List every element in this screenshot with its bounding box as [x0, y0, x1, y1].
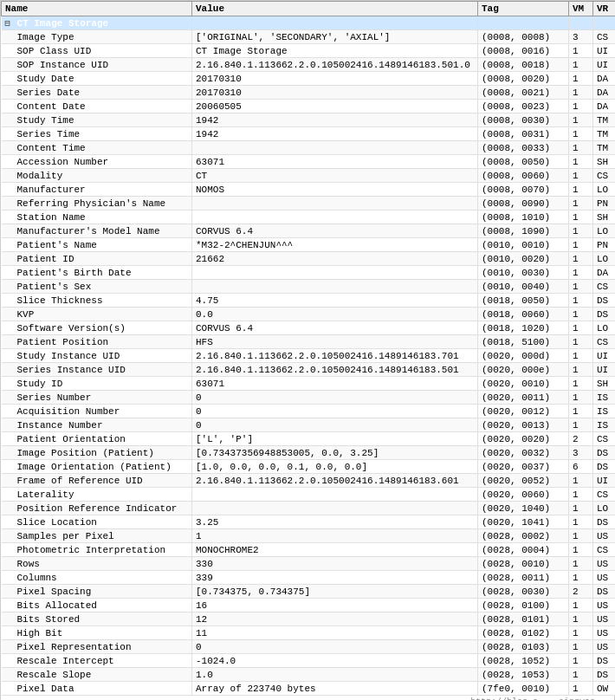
table-row[interactable]: Laterality(0020, 0060)1CS	[2, 488, 616, 502]
table-row[interactable]: Samples per Pixel1(0028, 0002)1US	[2, 529, 616, 543]
data-vm-cell: 3	[569, 30, 593, 44]
table-row[interactable]: Frame of Reference UID2.16.840.1.113662.…	[2, 474, 616, 488]
data-vr-cell: PN	[593, 197, 616, 211]
table-row[interactable]: Bits Allocated16(0028, 0100)1US	[2, 599, 616, 612]
table-row[interactable]: Series Instance UID2.16.840.1.113662.2.0…	[2, 363, 616, 377]
data-vr-cell: DS	[593, 515, 616, 529]
table-row[interactable]: Rescale Slope1.0(0028, 1053)1DS	[2, 668, 616, 682]
table-row[interactable]: Image Position (Patient)[0.7343735694885…	[2, 446, 616, 460]
header-value: Value	[192, 2, 478, 16]
data-value-cell: 12	[192, 612, 478, 626]
data-tag-cell: (0020, 1041)	[478, 515, 569, 529]
data-tag-cell: (0008, 0020)	[478, 72, 569, 86]
data-vm-cell: 1	[569, 211, 593, 224]
table-row[interactable]: Study Instance UID2.16.840.1.113662.2.0.…	[2, 349, 616, 363]
data-vr-cell: OW	[593, 682, 616, 696]
table-row[interactable]: Pixel Spacing[0.734375, 0.734375](0028, …	[2, 585, 616, 599]
watermark: http://blog.s... singyao...	[1, 696, 614, 700]
data-value-cell: 330	[192, 557, 478, 571]
data-vm-cell: 1	[569, 599, 593, 612]
table-row[interactable]: Slice Location3.25(0020, 1041)1DS	[2, 515, 616, 529]
data-value-cell: Array of 223740 bytes	[192, 682, 478, 696]
data-name-cell: Pixel Representation	[2, 640, 192, 654]
table-row[interactable]: KVP0.0(0018, 0060)1DS	[2, 308, 616, 321]
data-name-cell: Laterality	[2, 488, 192, 502]
header-vr: VR	[593, 2, 616, 16]
data-vr-cell: UI	[593, 349, 616, 363]
data-tag-cell: (0028, 0002)	[478, 529, 569, 543]
table-row[interactable]: Patient's Birth Date(0010, 0030)1DA	[2, 266, 616, 280]
table-row[interactable]: Patient ID21662(0010, 0020)1LO	[2, 252, 616, 266]
table-row[interactable]: Series Number0(0020, 0011)1IS	[2, 391, 616, 405]
data-vm-cell: 1	[569, 197, 593, 211]
data-tag-cell: (0008, 0031)	[478, 127, 569, 141]
table-row[interactable]: SOP Instance UID2.16.840.1.113662.2.0.10…	[2, 58, 616, 72]
data-vm-cell: 1	[569, 294, 593, 308]
table-row[interactable]: Patient Orientation['L', 'P'](0020, 0020…	[2, 432, 616, 446]
data-vm-cell: 1	[569, 349, 593, 363]
data-tag-cell: (0028, 0010)	[478, 557, 569, 571]
table-row[interactable]: Patient's Name*M32-2^CHENJUN^^^(0010, 00…	[2, 238, 616, 252]
data-name-cell: Samples per Pixel	[2, 529, 192, 543]
table-row[interactable]: Software Version(s)CORVUS 6.4(0018, 1020…	[2, 321, 616, 335]
data-tag-cell: (0028, 0030)	[478, 585, 569, 599]
table-row[interactable]: SOP Class UIDCT Image Storage(0008, 0016…	[2, 44, 616, 58]
table-row[interactable]: Pixel DataArray of 223740 bytes(7fe0, 00…	[2, 682, 616, 696]
data-vm-cell: 1	[569, 224, 593, 238]
table-row[interactable]: Accession Number63071(0008, 0050)1SH	[2, 155, 616, 169]
data-name-cell: Instance Number	[2, 418, 192, 432]
table-row[interactable]: Instance Number0(0020, 0013)1IS	[2, 418, 616, 432]
table-row[interactable]: ModalityCT(0008, 0060)1CS	[2, 169, 616, 183]
table-row[interactable]: Patient PositionHFS(0018, 5100)1CS	[2, 335, 616, 349]
data-vm-cell: 1	[569, 377, 593, 391]
table-row[interactable]: Study Date20170310(0008, 0020)1DA	[2, 72, 616, 86]
table-row[interactable]: Study ID63071(0020, 0010)1SH	[2, 377, 616, 391]
table-row[interactable]: Pixel Representation0(0028, 0103)1US	[2, 640, 616, 654]
data-tag-cell: (0010, 0040)	[478, 280, 569, 294]
data-value-cell: 11	[192, 626, 478, 640]
table-row[interactable]: Referring Physician's Name(0008, 0090)1P…	[2, 197, 616, 211]
data-vr-cell: SH	[593, 377, 616, 391]
data-vm-cell: 1	[569, 321, 593, 335]
table-row[interactable]: Image Type['ORIGINAL', 'SECONDARY', 'AXI…	[2, 30, 616, 44]
table-row[interactable]: Position Reference Indicator(0020, 1040)…	[2, 502, 616, 515]
data-tag-cell: (0020, 0010)	[478, 377, 569, 391]
data-name-cell: SOP Instance UID	[2, 58, 192, 72]
data-vr-cell: IS	[593, 391, 616, 405]
data-vm-cell: 1	[569, 502, 593, 515]
data-vr-cell: LO	[593, 183, 616, 197]
table-row[interactable]: Study Time1942(0008, 0030)1TM	[2, 113, 616, 127]
data-value-cell	[192, 211, 478, 224]
data-name-cell: Series Time	[2, 127, 192, 141]
table-row[interactable]: ManufacturerNOMOS(0008, 0070)1LO	[2, 183, 616, 197]
table-row[interactable]: Manufacturer's Model NameCORVUS 6.4(0008…	[2, 224, 616, 238]
data-vr-cell: LO	[593, 502, 616, 515]
data-value-cell: 2.16.840.1.113662.2.0.105002416.14891461…	[192, 363, 478, 377]
table-row[interactable]: ⊟ CT Image Storage	[2, 16, 616, 30]
table-row[interactable]: Bits Stored12(0028, 0101)1US	[2, 612, 616, 626]
table-row[interactable]: Series Time1942(0008, 0031)1TM	[2, 127, 616, 141]
data-value-cell: MONOCHROME2	[192, 543, 478, 557]
data-value-cell: -1024.0	[192, 654, 478, 668]
data-value-cell: CORVUS 6.4	[192, 321, 478, 335]
table-row[interactable]: Image Orientation (Patient)[1.0, 0.0, 0.…	[2, 460, 616, 474]
table-row[interactable]: Slice Thickness4.75(0018, 0050)1DS	[2, 294, 616, 308]
data-vr-cell: UI	[593, 58, 616, 72]
data-vr-cell: DS	[593, 654, 616, 668]
table-row[interactable]: Columns339(0028, 0011)1US	[2, 571, 616, 585]
table-row[interactable]: Series Date20170310(0008, 0021)1DA	[2, 86, 616, 100]
table-row[interactable]: Rescale Intercept-1024.0(0028, 1052)1DS	[2, 654, 616, 668]
data-name-cell: Study Time	[2, 113, 192, 127]
table-row[interactable]: Station Name(0008, 1010)1SH	[2, 211, 616, 224]
table-row[interactable]: High Bit11(0028, 0102)1US	[2, 626, 616, 640]
table-row[interactable]: Rows330(0028, 0010)1US	[2, 557, 616, 571]
data-tag-cell: (0010, 0030)	[478, 266, 569, 280]
data-tag-cell: (0020, 0037)	[478, 460, 569, 474]
data-vm-cell: 1	[569, 113, 593, 127]
table-row[interactable]: Patient's Sex(0010, 0040)1CS	[2, 280, 616, 294]
table-row[interactable]: Content Time(0008, 0033)1TM	[2, 141, 616, 155]
table-row[interactable]: Content Date20060505(0008, 0023)1DA	[2, 100, 616, 113]
table-row[interactable]: Photometric InterpretationMONOCHROME2(00…	[2, 543, 616, 557]
data-value-cell	[192, 488, 478, 502]
table-row[interactable]: Acquisition Number0(0020, 0012)1IS	[2, 405, 616, 418]
